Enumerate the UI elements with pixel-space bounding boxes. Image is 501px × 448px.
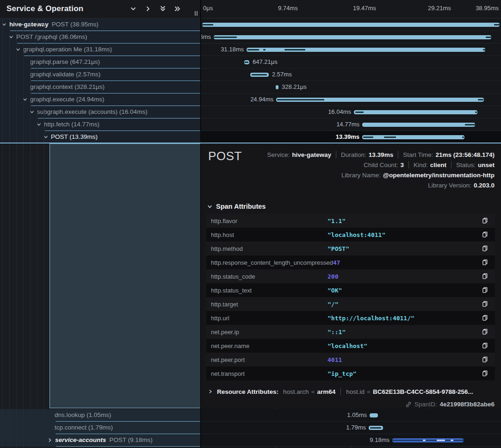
span-bar[interactable] bbox=[276, 98, 484, 102]
span-bar[interactable] bbox=[214, 35, 491, 39]
copy-icon[interactable] bbox=[482, 356, 489, 363]
copy-icon[interactable] bbox=[482, 328, 489, 336]
timeline-row-7[interactable]: 16.04ms bbox=[201, 106, 501, 118]
span-toggle-chevron-down-icon[interactable] bbox=[37, 122, 41, 127]
attribute-value: "localhost" bbox=[328, 342, 482, 349]
panel-resize-grip[interactable] bbox=[195, 11, 198, 16]
attribute-row-http.flavor: http.flavor"1.1" bbox=[206, 214, 495, 228]
expand-all-icon[interactable] bbox=[174, 5, 181, 12]
span-row-2[interactable]: graphql.operation Me (31.18ms) bbox=[0, 44, 201, 56]
expand-one-icon[interactable] bbox=[144, 5, 152, 12]
timeline-panel: 0μs9.74ms19.47ms29.21ms38.95ms 38.95ms36… bbox=[201, 0, 501, 448]
span-row-3[interactable]: graphql.parse (647.21μs) bbox=[0, 56, 201, 68]
span-toggle-chevron-down-icon[interactable] bbox=[2, 22, 6, 27]
attribute-value: "POST" bbox=[328, 245, 482, 252]
link-icon[interactable] bbox=[405, 401, 412, 408]
copy-icon[interactable] bbox=[482, 314, 489, 322]
span-toggle-chevron-down-icon[interactable] bbox=[43, 135, 48, 139]
timeline-row-1[interactable]: 36.06ms bbox=[201, 31, 501, 44]
copy-icon[interactable] bbox=[482, 273, 489, 280]
timeline-row-11[interactable]: 1.79ms bbox=[201, 422, 501, 434]
span-toggle-chevron-down-icon[interactable] bbox=[16, 47, 20, 52]
span-bar[interactable] bbox=[362, 123, 475, 127]
copy-icon[interactable] bbox=[482, 342, 489, 349]
span-label: POST (13.39ms) bbox=[51, 133, 98, 140]
child-span-marker bbox=[437, 440, 445, 441]
span-toggle-chevron-down-icon[interactable] bbox=[30, 110, 34, 114]
span-row-12[interactable]: service-accountsPOST (9.18ms) bbox=[0, 434, 201, 447]
copy-icon[interactable] bbox=[482, 286, 489, 294]
span-bar[interactable] bbox=[202, 23, 500, 27]
service-name: service-accounts bbox=[55, 436, 106, 443]
attribute-key: http.url bbox=[206, 315, 328, 322]
span-bar[interactable] bbox=[250, 73, 269, 77]
span-row-5[interactable]: graphql.context (328.21μs) bbox=[0, 81, 201, 93]
operation-name: POST /graphql (36.06ms) bbox=[16, 33, 87, 40]
meta-label: Duration: bbox=[341, 151, 366, 158]
operation-name: graphql.context (328.21μs) bbox=[30, 83, 105, 90]
timeline-row-2[interactable]: 31.18ms bbox=[201, 44, 501, 56]
attribute-value: "::1" bbox=[328, 329, 482, 336]
span-row-1[interactable]: POST /graphql (36.06ms) bbox=[0, 31, 201, 44]
span-label: tcp.connect (1.79ms) bbox=[55, 424, 113, 431]
span-bar[interactable] bbox=[247, 48, 485, 52]
copy-icon[interactable] bbox=[482, 300, 489, 308]
span-row-4[interactable]: graphql.validate (2.57ms) bbox=[0, 68, 201, 81]
operation-name: graphql.validate (2.57ms) bbox=[30, 71, 100, 78]
copy-icon[interactable] bbox=[482, 245, 489, 252]
meta-label: Kind: bbox=[414, 162, 428, 168]
timeline-row-9[interactable]: 13.39ms bbox=[201, 131, 501, 143]
attribute-row-net.transport: net.transport"ip_tcp" bbox=[206, 367, 495, 380]
tree-header: Service & Operation bbox=[0, 0, 201, 19]
meta-value: hive-gateway bbox=[292, 151, 331, 158]
span-row-9[interactable]: POST (13.39ms) bbox=[0, 131, 201, 143]
span-toggle-chevron-down-icon[interactable] bbox=[23, 97, 27, 102]
span-row-11[interactable]: tcp.connect (1.79ms) bbox=[0, 422, 201, 434]
divider bbox=[451, 161, 452, 168]
copy-icon[interactable] bbox=[482, 231, 489, 238]
span-attributes-toggle[interactable]: Span Attributes bbox=[207, 203, 266, 210]
timeline-row-3[interactable]: 647.21μs bbox=[201, 56, 501, 68]
timeline-row-0[interactable]: 38.95ms bbox=[201, 19, 501, 31]
span-row-10[interactable]: dns.lookup (1.05ms) bbox=[0, 409, 201, 422]
span-bar[interactable] bbox=[354, 110, 477, 114]
span-bar[interactable] bbox=[276, 85, 278, 89]
child-span-marker bbox=[370, 427, 381, 429]
copy-icon[interactable] bbox=[482, 259, 489, 266]
child-span-marker bbox=[486, 37, 491, 38]
copy-icon[interactable] bbox=[482, 370, 489, 377]
span-row-7[interactable]: subgraph.execute (accounts) (16.04ms) bbox=[0, 106, 201, 118]
timeline-row-4[interactable]: 2.57ms bbox=[201, 68, 501, 81]
operation-name: graphql.operation Me (31.18ms) bbox=[23, 46, 112, 53]
equals-sign: = bbox=[367, 388, 371, 395]
span-row-6[interactable]: graphql.execute (24.94ms) bbox=[0, 93, 201, 106]
span-bar[interactable] bbox=[362, 135, 464, 139]
timeline-row-5[interactable]: 328.21μs bbox=[201, 81, 501, 93]
span-toggle-chevron-down-icon[interactable] bbox=[9, 35, 13, 39]
collapse-all-icon[interactable] bbox=[159, 5, 167, 12]
span-bar[interactable] bbox=[244, 60, 249, 64]
span-row-0[interactable]: hive-gatewayPOST (38.95ms) bbox=[0, 19, 201, 31]
span-bar[interactable] bbox=[392, 438, 464, 442]
span-detail-title: POST bbox=[208, 149, 242, 163]
span-bar[interactable] bbox=[370, 413, 378, 417]
operation-name: subgraph.execute (accounts) (16.04ms) bbox=[37, 108, 148, 115]
span-id-value: 4e21998f3b82abe6 bbox=[439, 401, 495, 408]
timeline-row-8[interactable]: 14.77ms bbox=[201, 118, 501, 131]
timeline-row-12[interactable]: 9.18ms bbox=[201, 434, 501, 447]
span-row-8[interactable]: http.fetch (14.77ms) bbox=[0, 118, 201, 131]
span-bar[interactable] bbox=[369, 426, 383, 430]
child-span-marker bbox=[277, 99, 324, 100]
span-duration-label: 9.18ms bbox=[370, 436, 390, 443]
span-label: graphql.validate (2.57ms) bbox=[30, 71, 100, 78]
span-detail-panel: POST Service:hive-gatewayDuration:13.39m… bbox=[201, 143, 501, 408]
resource-key: host.id bbox=[346, 388, 365, 395]
span-toggle-chevron-right-icon[interactable] bbox=[48, 438, 52, 442]
collapse-one-icon[interactable] bbox=[130, 5, 137, 12]
timeline-row-10[interactable]: 1.05ms bbox=[201, 409, 501, 422]
copy-icon[interactable] bbox=[482, 217, 489, 224]
resource-attributes-row[interactable]: Resource Attributes: host.arch=arm64host… bbox=[208, 388, 473, 395]
span-attributes-table: http.flavor"1.1"http.host"localhost:4011… bbox=[206, 214, 495, 380]
span-duration-label: 36.06ms bbox=[201, 33, 211, 40]
timeline-row-6[interactable]: 24.94ms bbox=[201, 93, 501, 106]
